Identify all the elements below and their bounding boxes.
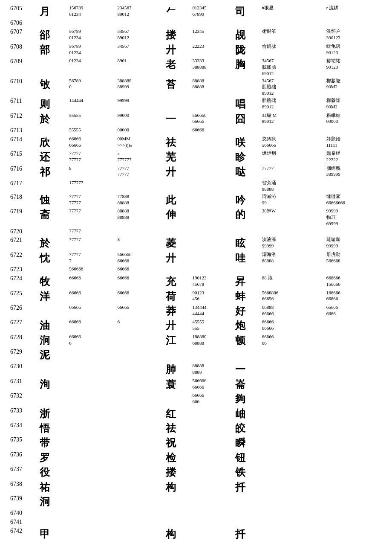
char3-cell: 哒 [233, 165, 260, 179]
char1-cell: 洞 [38, 494, 67, 509]
nums2-cell: » 777777 [115, 150, 164, 164]
char3-cell [233, 509, 260, 518]
last-cell [325, 509, 383, 518]
mixed-cell: 灞海洛 88888 [260, 251, 325, 265]
nums1-cell: 77777 77777 [67, 193, 115, 207]
char1-cell [38, 179, 67, 193]
nums2-cell: 66666 [115, 289, 164, 304]
index-cell: 6731 [9, 377, 38, 392]
last-cell: 册虎勒 566668 [325, 251, 383, 265]
char3-cell [233, 494, 260, 509]
last-cell [325, 362, 383, 377]
table-row: 6730肺88888 8888一 [9, 362, 383, 377]
table-row: 672077777 [9, 227, 383, 236]
last-cell: 66666 6666 [325, 304, 383, 318]
mixed-cell [260, 407, 325, 421]
mixed-cell [260, 126, 325, 135]
char1-cell: 忱 [38, 251, 67, 265]
mixed-cell: 34鳚 M 89012 [260, 112, 325, 126]
nums1-cell: 144444 [67, 97, 115, 111]
nums1-cell: 156789 01234 [67, 4, 115, 19]
index-cell: 6705 [9, 4, 38, 19]
nums1-cell: 01234 [67, 57, 115, 77]
nums1-cell [67, 436, 115, 450]
char2-cell: 莽 [164, 304, 191, 318]
nums3-cell: 45555 555 [190, 318, 233, 333]
char3-cell: 皎 [233, 421, 260, 436]
index-cell: 6715 [9, 150, 38, 164]
nums2-cell [115, 362, 164, 377]
index-cell: 6709 [9, 57, 38, 77]
nums3-cell [190, 135, 233, 150]
nums2-cell: 34567 89012 [115, 28, 164, 42]
nums3-cell [190, 19, 233, 28]
main-table: 6705月156789 01234234567 89012𠂉012345 678… [9, 4, 383, 542]
nums3-cell: 188880 68888 [190, 333, 233, 348]
char1-cell: 斋 [38, 207, 67, 227]
table-row: 6716祁877777 77777廾哒77777胭纲酰 389999 [9, 165, 383, 179]
last-cell: 缝缝豖 66666666 [325, 193, 383, 207]
nums1-cell: 66666 [67, 304, 115, 318]
last-cell [325, 265, 383, 274]
nums2-cell: 66666 [115, 274, 164, 289]
nums3-cell: 12345 [190, 28, 233, 42]
mixed-cell: 術腱笮 [260, 28, 325, 42]
mixed-cell: 77777 [260, 165, 325, 179]
char2-cell: 苔 [164, 77, 191, 97]
nums3-cell [190, 518, 233, 527]
mixed-cell [260, 421, 325, 436]
mixed-cell [260, 465, 325, 479]
nums3-cell: 566666 66666 [190, 377, 233, 392]
char1-cell: 牧 [38, 274, 67, 289]
char1-cell [38, 392, 67, 406]
char1-cell: 欣 [38, 135, 67, 150]
index-cell: 6707 [9, 28, 38, 42]
nums3-cell [190, 97, 233, 111]
char1-cell [38, 509, 67, 518]
nums2-cell [115, 527, 164, 541]
last-cell: 胭纲酰 389999 [325, 165, 383, 179]
nums3-cell [190, 236, 233, 250]
char1-cell [38, 362, 67, 377]
table-row: 6705月156789 01234234567 89012𠂉012345 678… [9, 4, 383, 19]
mixed-cell [260, 436, 325, 450]
last-cell [325, 407, 383, 421]
nums1-cell [67, 392, 115, 406]
char3-cell: 司 [233, 4, 260, 19]
nums1-cell: 66666 [67, 289, 115, 304]
index-cell: 6717 [9, 179, 38, 193]
nums3-cell [190, 193, 233, 207]
char1-cell [38, 304, 67, 318]
nums3-cell [190, 265, 233, 274]
nums1-cell: 177777 [67, 179, 115, 193]
char2-cell: 祝 [164, 436, 191, 450]
last-cell: 668666 166666 [325, 274, 383, 289]
char3-cell: 扦 [233, 527, 260, 541]
char1-cell: 部 [38, 43, 67, 57]
table-row: 6721於777778菱眩洳液淳 99999琏璇珈 99999 [9, 236, 383, 250]
table-row: 6740 [9, 509, 383, 518]
char2-cell: 廾 [164, 251, 191, 265]
last-cell [325, 436, 383, 450]
nums2-cell: 34567 [115, 43, 164, 57]
index-cell: 6719 [9, 207, 38, 227]
char2-cell [164, 494, 191, 509]
char3-cell: 崙 [233, 377, 260, 392]
index-cell: 6742 [9, 527, 38, 541]
table-row: 6722忱77777 7566666 66666廾哇灞海洛 88888册虎勒 5… [9, 251, 383, 265]
table-row: 6734悟祛皎 [9, 421, 383, 436]
mixed-cell [260, 527, 325, 541]
char1-cell: 涧 [38, 333, 67, 348]
last-cell [325, 126, 383, 135]
nums2-cell [115, 450, 164, 465]
char1-cell: 祁 [38, 165, 67, 179]
char1-cell [38, 518, 67, 527]
char2-cell: 一 [164, 112, 191, 126]
mixed-cell: 俞鸽脉 [260, 43, 325, 57]
char2-cell: 𠂉 [164, 4, 191, 19]
last-cell [325, 179, 383, 193]
table-row: 6741 [9, 518, 383, 527]
last-cell [325, 421, 383, 436]
nums2-cell: 99999 [115, 97, 164, 111]
table-row: 6731洵蓑566666 66666崙 [9, 377, 383, 392]
